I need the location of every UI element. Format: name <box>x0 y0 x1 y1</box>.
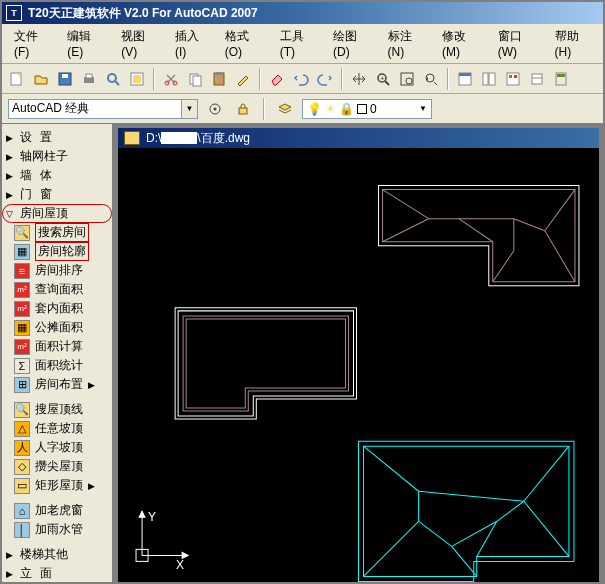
expand-icon[interactable]: ▶ <box>6 569 16 579</box>
workspace-input[interactable] <box>12 102 181 116</box>
wall-shape <box>175 308 356 419</box>
menu-window[interactable]: 窗口(W) <box>490 26 545 61</box>
svg-line-16 <box>385 81 389 85</box>
cmd-query-area[interactable]: m²查询面积 <box>2 280 112 299</box>
save-icon[interactable] <box>54 68 76 90</box>
cmd-shared-area[interactable]: ▦公摊面积 <box>2 318 112 337</box>
chevron-down-icon[interactable]: ▼ <box>181 100 197 118</box>
cmd-room-sort[interactable]: ≡房间排序 <box>2 261 112 280</box>
cmd-area-calc[interactable]: m²面积计算 <box>2 337 112 356</box>
svg-rect-12 <box>193 76 201 86</box>
svg-rect-2 <box>62 74 68 78</box>
tree-stair-other[interactable]: ▶楼梯其他 <box>2 545 112 564</box>
expand-icon[interactable]: ▶ <box>6 171 16 181</box>
ws-lock-icon[interactable] <box>232 98 254 120</box>
menu-help[interactable]: 帮助(H) <box>547 26 599 61</box>
preview-icon[interactable] <box>102 68 124 90</box>
cmd-search-room[interactable]: 🔍搜索房间 <box>2 223 112 242</box>
publish-icon[interactable] <box>126 68 148 90</box>
sun-icon[interactable]: ☀ <box>325 102 336 116</box>
layer-stack-icon[interactable] <box>274 98 296 120</box>
layer-name: 0 <box>370 102 377 116</box>
menu-modify[interactable]: 修改(M) <box>434 26 488 61</box>
layer-combo[interactable]: 💡 ☀ 🔒 0 ▼ <box>302 99 432 119</box>
chevron-down-icon[interactable]: ▼ <box>419 104 427 113</box>
cmd-rect-roof[interactable]: ▭矩形屋顶▶ <box>2 476 112 495</box>
menu-insert[interactable]: 插入(I) <box>167 26 215 61</box>
svg-point-33 <box>214 107 217 110</box>
redo-icon[interactable] <box>314 68 336 90</box>
paste-icon[interactable] <box>208 68 230 90</box>
svg-line-38 <box>493 251 514 282</box>
cmd-gable-slope[interactable]: 人人字坡顶 <box>2 438 112 457</box>
tp-icon[interactable] <box>502 68 524 90</box>
workspace-combo[interactable]: ▼ <box>8 99 198 119</box>
menu-dimension[interactable]: 标注(N) <box>380 26 432 61</box>
svg-line-36 <box>545 190 575 231</box>
tree-wall[interactable]: ▶墙体 <box>2 166 112 185</box>
conical-roof-icon: ◇ <box>14 459 30 475</box>
eraser-icon[interactable] <box>266 68 288 90</box>
zoom-win-icon[interactable] <box>396 68 418 90</box>
expand-icon[interactable]: ▶ <box>6 190 16 200</box>
bulb-icon[interactable]: 💡 <box>307 102 322 116</box>
title-bar: T T20天正建筑软件 V2.0 For AutoCAD 2007 <box>2 2 603 24</box>
undo-icon[interactable] <box>290 68 312 90</box>
search-roofline-icon: 🔍 <box>14 402 30 418</box>
svg-point-5 <box>108 74 116 82</box>
svg-rect-31 <box>557 74 565 77</box>
menu-format[interactable]: 格式(O) <box>217 26 270 61</box>
cut-icon[interactable] <box>160 68 182 90</box>
room-sort-icon: ≡ <box>14 263 30 279</box>
cad-canvas[interactable]: Y X <box>118 148 599 584</box>
svg-rect-22 <box>459 73 471 76</box>
cmd-room-layout[interactable]: ⊞房间布置▶ <box>2 375 112 394</box>
cmd-dormer[interactable]: ⌂加老虎窗 <box>2 501 112 520</box>
menu-tools[interactable]: 工具(T) <box>272 26 323 61</box>
zoom-rt-icon[interactable]: + <box>372 68 394 90</box>
expand-icon[interactable]: ▶ <box>6 152 16 162</box>
menu-view[interactable]: 视图(V) <box>113 26 165 61</box>
tree-elevation[interactable]: ▶立面 <box>2 564 112 583</box>
pan-icon[interactable] <box>348 68 370 90</box>
copy-icon[interactable] <box>184 68 206 90</box>
menu-edit[interactable]: 编辑(E) <box>59 26 111 61</box>
lock-icon[interactable]: 🔒 <box>339 102 354 116</box>
svg-line-52 <box>419 521 452 546</box>
svg-line-48 <box>452 546 477 576</box>
properties-icon[interactable] <box>454 68 476 90</box>
cmd-room-outline[interactable]: ▦房间轮廓 <box>2 242 112 261</box>
submenu-arrow-icon: ▶ <box>88 380 95 390</box>
matchprops-icon[interactable] <box>232 68 254 90</box>
cmd-inner-area[interactable]: m²套内面积 <box>2 299 112 318</box>
svg-line-46 <box>524 501 569 556</box>
calc-icon[interactable] <box>550 68 572 90</box>
cmd-any-slope[interactable]: △任意坡顶 <box>2 419 112 438</box>
tree-axis-col[interactable]: ▶轴网柱子 <box>2 147 112 166</box>
menu-file[interactable]: 文件(F) <box>6 26 57 61</box>
new-icon[interactable] <box>6 68 28 90</box>
print-icon[interactable] <box>78 68 100 90</box>
cmd-conical-roof[interactable]: ◇攒尖屋顶 <box>2 457 112 476</box>
menu-draw[interactable]: 绘图(D) <box>325 26 377 61</box>
svg-line-42 <box>514 219 545 231</box>
any-slope-icon: △ <box>14 421 30 437</box>
expand-icon[interactable]: ▶ <box>6 550 16 560</box>
layer-color-swatch[interactable] <box>357 104 367 114</box>
dc-icon[interactable] <box>478 68 500 90</box>
rainpipe-icon: │ <box>14 522 30 538</box>
cmd-search-roofline[interactable]: 🔍搜屋顶线 <box>2 400 112 419</box>
open-icon[interactable] <box>30 68 52 90</box>
tree-room-roof[interactable]: ▽房间屋顶 <box>2 204 112 223</box>
collapse-icon[interactable]: ▽ <box>6 209 16 219</box>
cmd-area-stat[interactable]: Σ面积统计 <box>2 356 112 375</box>
expand-icon[interactable]: ▶ <box>6 133 16 143</box>
main-area: ▶设置 ▶轴网柱子 ▶墙体 ▶门窗 ▽房间屋顶 🔍搜索房间 ▦房间轮廓 ≡房间排… <box>2 124 603 584</box>
cmd-rainpipe[interactable]: │加雨水管 <box>2 520 112 539</box>
ssm-icon[interactable] <box>526 68 548 90</box>
ws-settings-icon[interactable] <box>204 98 226 120</box>
document-titlebar[interactable]: D:\\百度.dwg <box>118 128 599 148</box>
tree-settings[interactable]: ▶设置 <box>2 128 112 147</box>
zoom-prev-icon[interactable] <box>420 68 442 90</box>
tree-door-win[interactable]: ▶门窗 <box>2 185 112 204</box>
